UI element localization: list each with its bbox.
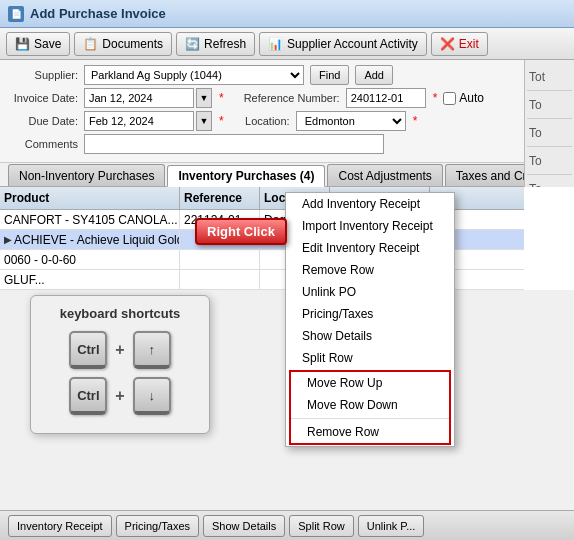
- cell-product-2: ▶ ACHIEVE - Achieve Liquid Gold: [0, 230, 180, 250]
- split-row-button[interactable]: Split Row: [289, 515, 353, 537]
- context-menu: Add Inventory Receipt Import Inventory R…: [285, 192, 455, 447]
- context-split-row[interactable]: Split Row: [286, 347, 454, 369]
- supplier-activity-icon: 📊: [268, 37, 283, 51]
- keyboard-shortcuts-overlay: keyboard shortcuts Ctrl + ↑ Ctrl + ↓: [30, 295, 210, 434]
- due-date-label: Due Date:: [8, 115, 78, 127]
- col-header-product: Product: [0, 187, 180, 209]
- supplier-row: Supplier: Parkland Ag Supply (1044) Find…: [8, 65, 518, 85]
- invoice-required: *: [219, 91, 224, 105]
- total-row-4: To: [527, 147, 572, 175]
- show-details-button[interactable]: Show Details: [203, 515, 285, 537]
- exit-button[interactable]: ❌ Exit: [431, 32, 488, 56]
- window-title: Add Purchase Invoice: [30, 6, 166, 21]
- cell-ref-4: [180, 270, 260, 290]
- documents-button[interactable]: 📋 Documents: [74, 32, 172, 56]
- totals-panel: Tot To To To To: [524, 60, 574, 206]
- invoice-date-input[interactable]: [84, 88, 194, 108]
- keys-row-1: Ctrl + ↑: [46, 331, 194, 369]
- tab-inventory-purchases[interactable]: Inventory Purchases (4): [167, 165, 325, 187]
- window-icon: 📄: [8, 6, 24, 22]
- context-import-receipt[interactable]: Import Inventory Receipt: [286, 215, 454, 237]
- form-area: Supplier: Parkland Ag Supply (1044) Find…: [0, 60, 574, 163]
- context-pricing-taxes[interactable]: Pricing/Taxes: [286, 303, 454, 325]
- right-click-badge: Right Click: [195, 218, 287, 245]
- refresh-label: Refresh: [204, 37, 246, 51]
- supplier-activity-label: Supplier Account Activity: [287, 37, 418, 51]
- total-row-2: To: [527, 91, 572, 119]
- context-divider: [291, 418, 449, 419]
- supplier-label: Supplier:: [8, 69, 78, 81]
- ctrl-key-1: Ctrl: [69, 331, 107, 369]
- cell-product-1: CANFORT - SY4105 CANOLA...: [0, 210, 180, 230]
- bottom-toolbar: Inventory Receipt Pricing/Taxes Show Det…: [0, 510, 574, 540]
- reference-input[interactable]: [346, 88, 426, 108]
- col-header-reference: Reference: [180, 187, 260, 209]
- due-date-dropdown[interactable]: ▼: [196, 111, 212, 131]
- invoice-date-wrapper: ▼: [84, 88, 212, 108]
- total-row-1: Tot: [527, 63, 572, 91]
- location-label: Location:: [230, 115, 290, 127]
- add-button[interactable]: Add: [355, 65, 393, 85]
- main-window: 📄 Add Purchase Invoice 💾 Save 📋 Document…: [0, 0, 574, 540]
- due-loc-row: Due Date: ▼ * Location: Edmonton *: [8, 111, 518, 131]
- save-icon: 💾: [15, 37, 30, 51]
- due-date-wrapper: ▼: [84, 111, 212, 131]
- context-add-receipt[interactable]: Add Inventory Receipt: [286, 193, 454, 215]
- plus-sign-2: +: [115, 387, 124, 405]
- down-arrow-key: ↓: [133, 377, 171, 415]
- context-move-row-up[interactable]: Move Row Up: [291, 372, 449, 394]
- context-highlighted-group: Move Row Up Move Row Down Remove Row: [289, 370, 451, 445]
- cell-product-3: 0060 - 0-0-60: [0, 250, 180, 270]
- auto-label: Auto: [459, 91, 484, 105]
- plus-sign-1: +: [115, 341, 124, 359]
- location-select[interactable]: Edmonton: [296, 111, 406, 131]
- exit-label: Exit: [459, 37, 479, 51]
- comments-row: Comments: [8, 134, 518, 154]
- tab-non-inventory[interactable]: Non-Inventory Purchases: [8, 164, 165, 186]
- invoice-date-label: Invoice Date:: [8, 92, 78, 104]
- ctrl-key-2: Ctrl: [69, 377, 107, 415]
- tab-cost-adjustments[interactable]: Cost Adjustments: [327, 164, 442, 186]
- cell-product-4: GLUF...: [0, 270, 180, 290]
- supplier-select[interactable]: Parkland Ag Supply (1044): [84, 65, 304, 85]
- keys-row-2: Ctrl + ↓: [46, 377, 194, 415]
- auto-checkbox-wrapper: Auto: [443, 91, 484, 105]
- cell-ref-3: [180, 250, 260, 270]
- comments-label: Comments: [8, 138, 78, 150]
- refresh-icon: 🔄: [185, 37, 200, 51]
- find-button[interactable]: Find: [310, 65, 349, 85]
- auto-checkbox[interactable]: [443, 92, 456, 105]
- ref-required: *: [433, 91, 438, 105]
- pricing-taxes-button[interactable]: Pricing/Taxes: [116, 515, 199, 537]
- title-bar: 📄 Add Purchase Invoice: [0, 0, 574, 28]
- exit-icon: ❌: [440, 37, 455, 51]
- context-move-row-down[interactable]: Move Row Down: [291, 394, 449, 416]
- loc-required: *: [413, 114, 418, 128]
- save-button[interactable]: 💾 Save: [6, 32, 70, 56]
- context-remove-row-2[interactable]: Remove Row: [291, 421, 449, 443]
- context-remove-row[interactable]: Remove Row: [286, 259, 454, 281]
- reference-label: Reference Number:: [230, 92, 340, 104]
- invoice-ref-row: Invoice Date: ▼ * Reference Number: * Au…: [8, 88, 518, 108]
- up-arrow-key: ↑: [133, 331, 171, 369]
- context-unlink-po[interactable]: Unlink PO: [286, 281, 454, 303]
- due-date-input[interactable]: [84, 111, 194, 131]
- documents-icon: 📋: [83, 37, 98, 51]
- due-required: *: [219, 114, 224, 128]
- invoice-date-dropdown[interactable]: ▼: [196, 88, 212, 108]
- refresh-button[interactable]: 🔄 Refresh: [176, 32, 255, 56]
- tabs-bar: Non-Inventory Purchases Inventory Purcha…: [0, 163, 574, 187]
- toolbar: 💾 Save 📋 Documents 🔄 Refresh 📊 Supplier …: [0, 28, 574, 60]
- row-arrow: ▶: [4, 234, 12, 245]
- context-show-details[interactable]: Show Details: [286, 325, 454, 347]
- comments-input[interactable]: [84, 134, 384, 154]
- unlink-button[interactable]: Unlink P...: [358, 515, 425, 537]
- supplier-activity-button[interactable]: 📊 Supplier Account Activity: [259, 32, 427, 56]
- inventory-receipt-button[interactable]: Inventory Receipt: [8, 515, 112, 537]
- context-edit-receipt[interactable]: Edit Inventory Receipt: [286, 237, 454, 259]
- save-label: Save: [34, 37, 61, 51]
- documents-label: Documents: [102, 37, 163, 51]
- keyboard-shortcuts-title: keyboard shortcuts: [46, 306, 194, 321]
- total-row-3: To: [527, 119, 572, 147]
